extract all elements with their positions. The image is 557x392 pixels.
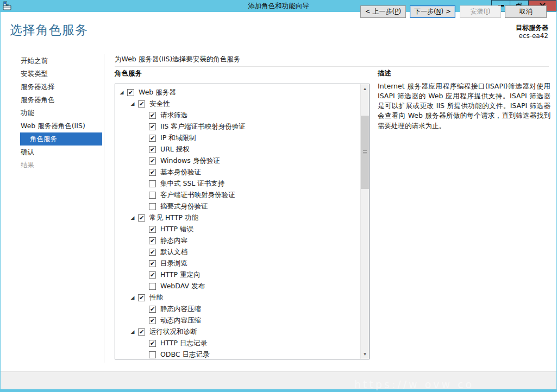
checkbox[interactable]: ✔ [149,169,156,176]
tree-item[interactable]: ✔IIS 客户端证书映射身份验证 [115,121,360,132]
checkbox[interactable]: ✔ [149,237,156,244]
checkbox[interactable]: ✔ [138,328,145,336]
tree-title: 角色服务 [115,69,142,78]
tree-item-label: IIS 客户端证书映射身份验证 [160,122,246,131]
tree-item-label: URL 授权 [160,145,190,154]
tree-item[interactable]: ◢✔常见 HTTP 功能 [115,212,360,224]
expand-arrow-icon[interactable]: ◢ [128,326,137,338]
tree-item-label: 性能 [149,293,163,302]
tree-item[interactable]: ✔默认文档 [115,246,360,258]
tree-item[interactable]: ◢✔运行状况和诊断 [115,326,360,338]
tree-item[interactable]: WebDAV 发布 [115,281,360,292]
tree-item-label: 摘要式身份验证 [160,202,208,211]
tree-item[interactable]: 客户端证书映射身份验证 [115,189,360,201]
role-services-tree: ◢✔Web 服务器◢✔安全性✔请求筛选✔IIS 客户端证书映射身份验证✔IP 和… [115,87,360,359]
tree-item-label: 请求筛选 [160,111,187,120]
tree-item[interactable]: ✔请求筛选 [115,110,360,121]
checkbox[interactable]: ✔ [149,135,156,142]
checkbox[interactable]: ✔ [149,123,156,130]
header-separator [115,66,549,67]
sidebar-item[interactable]: 安装类型 [0,67,104,80]
wizard-steps: 开始之前安装类型服务器选择服务器角色功能Web 服务器角色(IIS)角色服务确认… [0,54,104,363]
sidebar-item[interactable]: 确认 [0,146,104,159]
tree-item-label: 安全性 [149,99,170,109]
sidebar-item[interactable]: Web 服务器角色(IIS) [0,119,104,132]
checkbox[interactable]: ✔ [149,317,156,324]
scrollbar-thumb[interactable] [361,116,369,189]
checkbox[interactable]: ✔ [149,157,156,165]
scroll-down-icon[interactable]: ▾ [361,350,369,359]
tree-item-label: ODBC 日志记录 [160,350,210,359]
tree-item-label: 静态内容 [160,236,187,245]
tree-item[interactable]: ✔Windows 身份验证 [115,155,360,167]
tree-item-label: 静态内容压缩 [160,305,201,314]
tree-item[interactable]: ✔静态内容 [115,235,360,246]
checkbox[interactable]: ✔ [149,226,156,233]
target-server-name: ecs-ea42 [516,32,548,40]
tree-item[interactable]: ✔动态内容压缩 [115,315,360,326]
description-title: 描述 [378,69,391,78]
tree-item[interactable]: ✔IP 和域限制 [115,132,360,144]
page-title: 选择角色服务 [10,22,88,39]
checkbox[interactable]: ✔ [149,249,156,256]
checkbox[interactable]: ✔ [138,214,145,222]
checkbox[interactable] [149,180,156,187]
checkbox[interactable]: ✔ [127,89,134,96]
tree-item-label: Web 服务器 [139,88,176,97]
tree-item[interactable]: ◢✔Web 服务器 [115,87,360,98]
tree-item[interactable]: ✔基本身份验证 [115,167,360,178]
expand-arrow-icon[interactable]: ◢ [128,98,137,110]
checkbox[interactable]: ✔ [149,260,156,267]
expand-arrow-icon[interactable]: ◢ [128,212,137,224]
scrollbar-grip-icon [363,150,367,155]
tree-item-label: 目录浏览 [160,259,187,268]
expand-arrow-icon[interactable]: ◢ [117,87,126,98]
checkbox[interactable]: ✔ [149,112,156,119]
install-button: 安装(I) [460,5,501,18]
scroll-up-icon[interactable]: ▴ [361,84,369,93]
sidebar-item[interactable]: 服务器角色 [0,93,104,106]
tree-item-label: HTTP 重定向 [160,270,200,280]
checkbox[interactable] [149,203,156,210]
tree-item[interactable]: ODBC 日志记录 [115,349,360,359]
checkbox[interactable]: ✔ [138,100,145,108]
checkbox[interactable]: ✔ [149,306,156,313]
sidebar-item[interactable]: 功能 [0,106,104,119]
tree-item-label: 动态内容压缩 [160,316,201,325]
tree-item[interactable]: ✔目录浏览 [115,258,360,269]
sidebar-item[interactable]: 角色服务 [20,132,102,146]
next-button[interactable]: 下一步(N) > [410,5,455,18]
previous-button[interactable]: < 上一步(P) [360,5,406,18]
tree-item[interactable]: 摘要式身份验证 [115,201,360,212]
instruction-text: 为Web 服务器(IIS)选择要安装的角色服务 [115,55,240,64]
tree-item[interactable]: ✔HTTP 错误 [115,224,360,235]
checkbox[interactable] [149,283,156,290]
sidebar-item[interactable]: 开始之前 [0,54,104,67]
footer-bar [0,371,557,389]
tree-item-label: HTTP 错误 [160,225,193,234]
tree-item-label: 运行状况和诊断 [149,327,197,337]
sidebar-item[interactable]: 服务器选择 [0,80,104,93]
cancel-button[interactable]: 取消 [505,5,547,18]
tree-item-label: Windows 身份验证 [160,156,220,166]
tree-item[interactable]: ✔URL 授权 [115,144,360,155]
expand-arrow-icon[interactable]: ◢ [128,292,137,304]
checkbox[interactable] [149,351,156,358]
tree-item[interactable]: ✔静态内容压缩 [115,304,360,315]
tree-item-label: 常见 HTTP 功能 [149,213,198,223]
tree-scrollbar[interactable]: ▴ ▾ [360,84,369,359]
role-services-listbox: ◢✔Web 服务器◢✔安全性✔请求筛选✔IIS 客户端证书映射身份验证✔IP 和… [115,84,370,359]
checkbox[interactable] [149,192,156,199]
tree-item-label: 集中式 SSL 证书支持 [160,179,224,188]
tree-item[interactable]: 集中式 SSL 证书支持 [115,178,360,189]
target-server-label: 目标服务器 [516,24,548,32]
checkbox[interactable]: ✔ [138,294,145,301]
checkbox[interactable]: ✔ [149,146,156,153]
checkbox[interactable]: ✔ [149,340,156,347]
tree-item-label: 默认文档 [160,248,187,257]
tree-item[interactable]: ◢✔安全性 [115,98,360,110]
tree-item[interactable]: ◢✔性能 [115,292,360,304]
checkbox[interactable]: ✔ [149,271,156,279]
tree-item[interactable]: ✔HTTP 重定向 [115,269,360,281]
tree-item[interactable]: ✔HTTP 日志记录 [115,338,360,349]
